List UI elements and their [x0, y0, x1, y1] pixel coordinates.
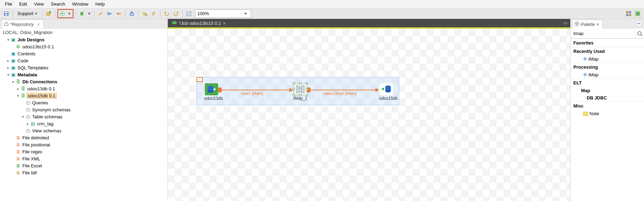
close-icon[interactable]: ×	[596, 22, 599, 27]
file-icon: 🗎	[15, 163, 21, 168]
minimize-icon[interactable]	[636, 20, 642, 27]
metadata-icon: ▣	[10, 72, 16, 77]
tree-file-excel[interactable]: 🗎File Excel	[1, 162, 167, 169]
home-icon	[4, 21, 9, 27]
support-dropdown[interactable]: Support▾	[15, 9, 40, 18]
link-odoo15out[interactable]	[310, 90, 375, 90]
tree-metadata[interactable]: ▾▣Metadata	[1, 71, 167, 78]
create-dropdown-icon[interactable]: ▾	[87, 9, 92, 18]
palette-item-db-jdbc[interactable]: DB JDBC	[571, 94, 644, 102]
tree-file-positional[interactable]: 🗎File positional	[1, 141, 167, 148]
repository-tree: ▾▣Job Designs ⚙odoo13to15 0.1 ▣Contexts …	[0, 36, 167, 201]
db-icon: 🗄	[20, 86, 26, 91]
tree-file-delimited[interactable]: 🗎File delimited	[1, 134, 167, 141]
svg-point-11	[119, 13, 121, 15]
component-label: odoo13db	[204, 96, 219, 101]
key-icon[interactable]	[106, 9, 114, 18]
svg-rect-7	[80, 12, 83, 15]
palette-elt[interactable]: ELT	[571, 78, 644, 87]
minimize-icon[interactable]: ▭	[563, 20, 567, 26]
tree-view-schemas[interactable]: 🗀View schemas	[1, 127, 167, 134]
tree-file-xml[interactable]: 🗎File XML	[1, 155, 167, 162]
tree-crm-tag[interactable]: ▸▤crm_tag	[1, 120, 167, 127]
component-odoo15db[interactable]: odoo15db	[379, 83, 394, 101]
zoom-input[interactable]	[195, 11, 241, 16]
menu-view[interactable]: View	[30, 0, 47, 8]
chevron-down-icon[interactable]: ▾	[20, 115, 25, 119]
run-icon[interactable]	[58, 9, 66, 18]
palette-misc[interactable]: Misc	[571, 102, 644, 110]
main-area: *Repository × LOCAL: Odoo_Migration ▾▣Jo…	[0, 19, 644, 201]
toggle-icon[interactable]	[115, 9, 123, 18]
tree-job-odoo13to15[interactable]: ⚙odoo13to15 0.1	[1, 43, 167, 50]
job-canvas[interactable]: – row1 (Main) odoo15out (Main) odoo13db	[168, 29, 570, 201]
palette-item-note[interactable]: Note	[571, 110, 644, 117]
svg-rect-35	[637, 23, 640, 24]
tree-contexts[interactable]: ▣Contexts	[1, 50, 167, 57]
link-row1[interactable]	[221, 90, 289, 90]
tree-db-connections[interactable]: ▾🗄Db Connections	[1, 78, 167, 85]
palette-processing[interactable]: Processing	[571, 63, 644, 71]
palette-favorites[interactable]: Favorites	[571, 39, 644, 47]
chevron-right-icon[interactable]: ▸	[6, 59, 10, 63]
tree-queries[interactable]: 🗀Queries	[1, 99, 167, 106]
tree-sql-templates[interactable]: ▸▣SQL Templates	[1, 64, 167, 71]
perspective-icon-1[interactable]	[624, 9, 633, 18]
svg-point-34	[577, 24, 578, 25]
chevron-down-icon[interactable]: ▾	[10, 80, 15, 84]
perspective-icon-2[interactable]	[634, 9, 642, 18]
folder-icon: ▣	[10, 37, 16, 42]
close-icon[interactable]: ×	[37, 22, 40, 27]
run-dropdown-icon[interactable]: ▾	[66, 9, 73, 18]
create-icon[interactable]	[78, 9, 86, 18]
edit-icon[interactable]	[96, 9, 105, 18]
search-icon[interactable]	[635, 29, 644, 39]
tree-odoo13db[interactable]: ▸🗄odoo13db 0.1	[1, 85, 167, 92]
subjob-collapse-icon[interactable]: –	[196, 77, 203, 82]
db-icon: 🗄	[20, 93, 26, 98]
menu-window[interactable]: Window	[69, 0, 92, 8]
palette-item-map[interactable]: Map	[571, 87, 644, 94]
palette-tab[interactable]: Palette ×	[572, 20, 603, 29]
folder-icon: 🗀	[25, 107, 31, 112]
export-icon[interactable]	[128, 9, 136, 18]
redo-icon[interactable]	[172, 9, 180, 18]
zoom-dropdown-icon[interactable]: ▾	[241, 11, 250, 16]
undo-icon[interactable]	[163, 9, 171, 18]
chevron-right-icon[interactable]: ▸	[25, 122, 30, 126]
menu-search[interactable]: Search	[47, 0, 69, 8]
layout-icon[interactable]	[185, 9, 193, 18]
sql-icon: ▣	[10, 65, 16, 70]
chevron-down-icon[interactable]: ▾	[6, 73, 10, 77]
exchange-icon[interactable]	[150, 9, 158, 18]
tree-odoo15db[interactable]: ▾🗄odoo15db 0.1	[1, 92, 167, 99]
component-tmap[interactable]: tMap_1	[293, 83, 308, 101]
palette-recently-used[interactable]: Recently Used	[571, 47, 644, 55]
new-project-icon[interactable]	[44, 9, 53, 18]
menu-edit[interactable]: Edit	[16, 0, 30, 8]
save-icon[interactable]	[2, 9, 10, 18]
chevron-down-icon[interactable]: ▾	[15, 94, 20, 98]
component-odoo13db[interactable]: odoo13db	[204, 83, 219, 101]
tree-file-regex[interactable]: 🗎File regex	[1, 148, 167, 155]
menu-file[interactable]: File	[1, 0, 16, 8]
tree-table-schemas[interactable]: ▾🗀Table schemas	[1, 113, 167, 120]
tree-synonym-schemas[interactable]: 🗀Synonym schemas	[1, 106, 167, 113]
tmap-icon: ✲	[583, 56, 587, 62]
tree-file-ldif[interactable]: 🗎File ldif	[1, 169, 167, 176]
repository-tab-label: *Repository	[10, 22, 34, 27]
tree-job-designs[interactable]: ▾▣Job Designs	[1, 36, 167, 43]
tree-code[interactable]: ▸▣Code	[1, 57, 167, 64]
find-component-icon[interactable]	[141, 9, 149, 18]
menu-help[interactable]: Help	[92, 0, 108, 8]
canvas-tab[interactable]: *Job odoo13to15 0.1 ×	[169, 19, 229, 28]
chevron-right-icon[interactable]: ▸	[6, 66, 10, 70]
repository-tab[interactable]: *Repository ×	[1, 20, 44, 29]
chevron-right-icon[interactable]: ▸	[15, 87, 20, 91]
chevron-down-icon[interactable]: ▾	[6, 38, 10, 42]
palette-item-tmap-processing[interactable]: ✲tMap	[571, 71, 644, 78]
palette-search-input[interactable]	[571, 31, 635, 36]
zoom-combo[interactable]: ▾	[195, 9, 251, 18]
close-icon[interactable]: ×	[223, 21, 226, 26]
palette-item-tmap-recent[interactable]: ✲tMap	[571, 55, 644, 63]
